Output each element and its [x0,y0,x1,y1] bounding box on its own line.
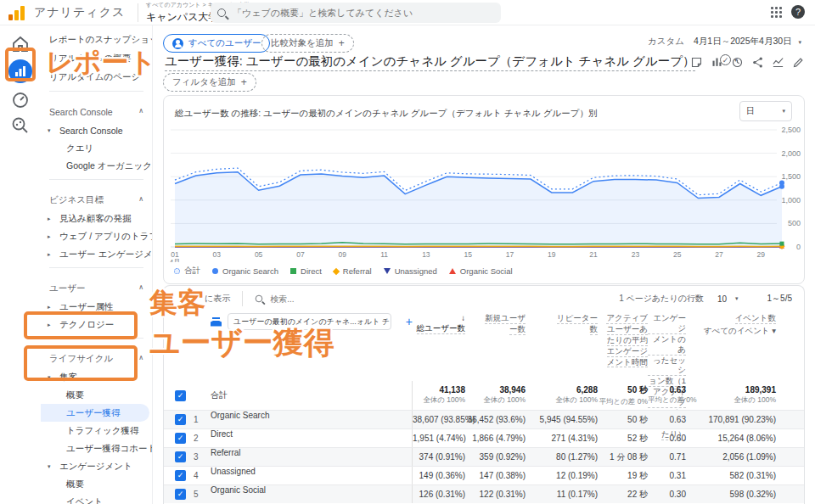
row-index: 4 [194,471,211,480]
sidebar-item-10[interactable]: ▸見込み顧客の発掘 [41,210,152,227]
table-row-direct[interactable]: ✓2Direct1,951 (4.74%)1,866 (4.79%)271 (4… [164,428,804,447]
collapse-icon[interactable]: ∧ [138,107,143,115]
legend-item-unassigned[interactable]: Unassigned [384,266,437,276]
table-row-referral[interactable]: ✓3Referral374 (0.91%)359 (0.92%)80 (1.27… [164,447,804,466]
clock-icon[interactable] [731,56,744,69]
annotation-box-user-acquisition [24,345,138,381]
column-header-1[interactable]: 新規ユーザー数 [465,313,526,335]
legend-item-合計[interactable]: 合計 [174,266,200,277]
collapse-icon[interactable]: ∧ [138,354,143,361]
svg-text:11: 11 [380,250,388,259]
svg-text:09: 09 [339,250,347,259]
column-header-0[interactable]: ↓ 総ユーザー数 [413,313,465,334]
table-row-unassigned[interactable]: ✓4Unassigned149 (0.36%)147 (0.38%)12 (0.… [164,466,804,484]
svg-text:25: 25 [673,250,682,259]
share-icon[interactable] [751,56,764,69]
all-users-segment-chip[interactable]: すべてのユーザー [163,34,270,53]
metric-value: 0.30 [648,490,686,499]
table-row-organic-search[interactable]: ✓1Organic Search38,607 (93.85%)36,452 (9… [164,410,804,428]
sidebar-item-21[interactable]: ユーザー獲得 [41,404,149,422]
sidebar-item-14[interactable]: ユーザー∧ [41,272,152,298]
note-icon[interactable] [690,56,703,69]
sidebar-item-label: エンゲージメント [59,461,132,473]
insights-icon[interactable] [772,56,784,69]
row-checkbox[interactable]: ✓ [175,489,186,500]
row-checkbox[interactable]: ✓ [175,390,186,401]
metric-value: 1,866 (4.79%) [465,434,526,443]
rows-per-page-select[interactable]: 10 ▾ [717,294,739,304]
collapse-icon[interactable]: ∧ [138,283,143,291]
collapse-icon[interactable]: ∧ [138,195,143,203]
legend-item-organic-social[interactable]: Organic Social [449,266,513,276]
sidebar-item-5[interactable]: ▾Search Console [41,121,152,139]
svg-text:07: 07 [296,250,305,259]
sidebar-item-20[interactable]: 概要 [41,386,152,404]
legend-label: 合計 [184,266,200,277]
sidebar-item-6[interactable]: クエリ [41,139,152,157]
metric-value: 170,891 (90.23%) [686,415,776,424]
metric-value: 15,264 (8.06%) [686,434,776,443]
total-subvalue: 平均との差 0% [598,397,648,407]
sidebar-item-11[interactable]: ▸ウェブ / アプリのトラフィック... [41,227,152,245]
row-checkbox[interactable]: ✓ [175,433,186,444]
column-header-3[interactable]: アクティブユーザーあたりの平均エンゲージメント時間 [598,313,648,367]
top-bar: アナリティクス すべてのアカウント > キャンパス大学 キャンパス大学 ▾ ? [0,0,815,25]
global-search[interactable] [211,3,501,23]
add-dimension-button[interactable]: + [406,315,413,328]
total-value: 41,138全体の 100% [413,385,465,406]
legend-marker-icon [333,267,340,274]
add-comparison-chip[interactable]: 比較対象を追加 + [261,34,354,53]
data-table-card: に表示 1 ページあたりの行数 10 ▾ 1～5/5 ユーザーの最初のメインのチ… [163,285,805,504]
line-chart[interactable]: 05001,0001,5002,0002,500014月030507091113… [164,126,806,262]
metric-value: 0.60 [648,434,686,443]
column-subheader[interactable]: すべてのイベント ▾ [686,326,776,336]
advertising-icon[interactable] [10,90,31,110]
add-filter-chip[interactable]: フィルタを追加 + [163,73,256,92]
table-toolbar: に表示 1 ページあたりの行数 10 ▾ 1～5/5 [164,286,804,311]
sidebar-item-7[interactable]: Google オーガニック検索レ... [41,157,152,175]
edit-icon[interactable] [792,56,805,69]
display-toggle[interactable]: に表示 [205,293,230,305]
row-checkbox[interactable]: ✓ [175,414,186,425]
sidebar-item-25[interactable]: 概要 [41,475,152,493]
date-range-picker[interactable]: カスタム 4月1日～2025年4月30日 ▾ [648,36,801,48]
sidebar-item-9[interactable]: ビジネス目標∧ [41,184,152,210]
column-header-text: たりの平均 [607,335,648,346]
sidebar-item-26[interactable]: イベント [41,493,152,504]
row-checkbox[interactable]: ✓ [175,451,186,462]
column-header-text: イベント数 [735,313,776,324]
bar-chart-icon[interactable] [711,56,723,69]
search-input[interactable] [233,8,494,18]
help-icon[interactable]: ? [791,5,805,19]
apps-grid-icon[interactable] [771,7,783,19]
add-comparison-label: 比較対象を追加 [271,37,334,49]
all-users-label: すべてのユーザー [188,37,261,49]
metric-value: 19 秒 [598,470,648,482]
svg-text:2,000: 2,000 [781,149,801,158]
legend-item-organic-search[interactable]: Organic Search [212,266,278,276]
column-header-2[interactable]: リピーター数 [526,313,598,335]
column-header-5[interactable]: イベント数すべてのイベント ▾ [686,313,776,336]
table-row-organic-social[interactable]: ✓5Organic Social126 (0.31%)122 (0.31%)11… [164,484,804,503]
metric-value: 38,607 (93.85%) [413,415,465,424]
explore-icon[interactable] [10,115,31,136]
granularity-select[interactable]: 日 ▾ [739,101,792,121]
sidebar-item-24[interactable]: ▾エンゲージメント [41,457,152,475]
table-search-input[interactable] [270,294,397,304]
legend-item-direct[interactable]: Direct [290,266,322,276]
sidebar-item-22[interactable]: トラフィック獲得 [41,422,152,440]
search-icon [256,295,263,303]
table-body: ✓合計41,138全体の 100%38,946全体の 100%6,288全体の … [164,381,804,503]
table-search[interactable] [255,294,424,304]
sidebar-item-label: ユーザー [49,283,86,294]
row-checkbox[interactable]: ✓ [175,470,186,481]
legend-item-referral[interactable]: Referral [334,266,372,276]
column-header-text: リピーター [557,313,598,324]
sidebar-item-12[interactable]: ▸ユーザー エンゲージメントと... [41,245,152,263]
sidebar-item-4[interactable]: Search Console∧ [41,96,152,121]
column-header-text: ー数 [509,324,526,335]
metric-value: 1 分 08 秒 [598,451,648,463]
row-index: 3 [194,452,211,462]
granularity-value: 日 [746,105,755,117]
sidebar-item-23[interactable]: ユーザー獲得コホート [41,440,152,457]
